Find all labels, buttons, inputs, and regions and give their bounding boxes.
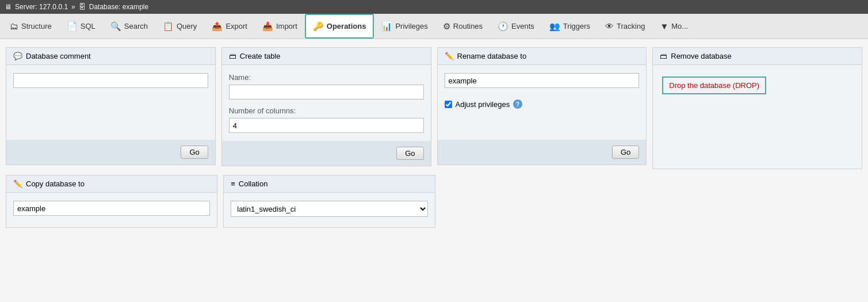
nav-operations[interactable]: 🔑 Operations (305, 14, 374, 39)
collation-select[interactable]: latin1_swedish_ci utf8_general_ci utf8mb… (231, 201, 427, 217)
export-icon: 📤 (212, 21, 223, 32)
server-icon: 🖥 (5, 3, 12, 11)
more-icon: ▼ (660, 21, 668, 31)
remove-database-panel: 🗃 Remove database Drop the database (DRO… (652, 47, 862, 169)
panels-row-2: ✏️ Copy database to ≡ Collation latin1_s… (6, 175, 862, 228)
nav-export-label: Export (225, 22, 247, 30)
nav-import-label: Import (276, 22, 297, 30)
nav-operations-label: Operations (327, 22, 366, 30)
remove-db-icon: 🗃 (660, 52, 667, 60)
copy-database-title: Copy database to (26, 179, 85, 188)
nav-triggers[interactable]: 👥 Triggers (542, 14, 598, 39)
nav-structure-label: Structure (21, 22, 52, 30)
collation-title: Collation (239, 179, 268, 188)
titlebar: 🖥 Server: 127.0.0.1 » 🗄 Database: exampl… (0, 0, 868, 14)
rename-database-body: Adjust privileges ? (438, 65, 647, 140)
panels-row-1: 💬 Database comment Go 🗃 Create table Nam… (6, 47, 862, 169)
nav-routines-label: Routines (453, 22, 483, 30)
create-table-body: Name: Number of columns: (222, 65, 431, 141)
database-comment-title: Database comment (26, 52, 91, 60)
rename-database-title: Rename database to (457, 52, 527, 60)
rename-database-footer: Go (438, 140, 647, 165)
database-comment-go-button[interactable]: Go (181, 146, 208, 159)
nav-events[interactable]: 🕐 Events (490, 14, 542, 39)
query-icon: 📋 (163, 21, 174, 32)
create-table-icon: 🗃 (229, 52, 236, 60)
adjust-privileges-label: Adjust privileges (456, 100, 510, 109)
create-table-header: 🗃 Create table (222, 48, 431, 65)
navbar: 🗂 Structure 📄 SQL 🔍 Search 📋 Query 📤 Exp… (0, 14, 868, 39)
nav-routines[interactable]: ⚙ Routines (435, 14, 490, 39)
operations-icon: 🔑 (313, 21, 324, 32)
collation-header: ≡ Collation (224, 175, 434, 193)
create-table-panel: 🗃 Create table Name: Number of columns: … (221, 47, 431, 166)
database-comment-body (6, 65, 215, 140)
rename-icon: ✏️ (445, 52, 454, 60)
database-icon: 🗄 (79, 3, 86, 11)
adjust-privileges-row: Adjust privileges ? (445, 100, 640, 109)
adjust-privileges-info-icon[interactable]: ? (513, 100, 522, 109)
collation-body: latin1_swedish_ci utf8_general_ci utf8mb… (224, 193, 434, 227)
remove-database-header: 🗃 Remove database (653, 48, 862, 65)
database-comment-panel: 💬 Database comment Go (6, 47, 216, 165)
copy-database-panel: ✏️ Copy database to (6, 175, 217, 228)
nav-tracking-label: Tracking (617, 22, 645, 30)
breadcrumb-separator: » (71, 3, 75, 11)
remove-database-title: Remove database (671, 52, 732, 60)
copy-db-icon: ✏️ (13, 179, 22, 188)
routines-icon: ⚙ (443, 21, 450, 32)
nav-search-label: Search (124, 22, 148, 30)
database-comment-input[interactable] (13, 73, 208, 88)
nav-events-label: Events (511, 22, 534, 30)
nav-tracking[interactable]: 👁 Tracking (598, 14, 652, 39)
copy-database-header: ✏️ Copy database to (6, 175, 217, 193)
structure-icon: 🗂 (10, 21, 18, 31)
nav-privileges-label: Privileges (395, 22, 427, 30)
create-table-columns-input[interactable] (229, 118, 424, 133)
create-table-title: Create table (240, 52, 281, 60)
nav-sql-label: SQL (81, 22, 95, 30)
nav-query[interactable]: 📋 Query (155, 14, 204, 39)
collation-panel: ≡ Collation latin1_swedish_ci utf8_gener… (223, 175, 435, 228)
rename-database-header: ✏️ Rename database to (438, 48, 647, 65)
server-label: Server: 127.0.0.1 (15, 3, 68, 11)
nav-search[interactable]: 🔍 Search (103, 14, 155, 39)
adjust-privileges-checkbox[interactable] (445, 101, 452, 108)
create-table-go-button[interactable]: Go (396, 147, 423, 160)
sql-icon: 📄 (67, 21, 78, 32)
nav-query-label: Query (177, 22, 197, 30)
nav-more-label: Mo... (671, 22, 688, 30)
privileges-icon: 📊 (381, 21, 392, 32)
import-icon: 📥 (262, 21, 273, 32)
collation-icon: ≡ (231, 179, 235, 188)
database-comment-header: 💬 Database comment (6, 48, 215, 65)
copy-database-body (6, 193, 217, 227)
nav-import[interactable]: 📥 Import (255, 14, 305, 39)
comment-icon: 💬 (13, 52, 22, 60)
nav-triggers-label: Triggers (563, 22, 590, 30)
tracking-icon: 👁 (605, 21, 614, 31)
drop-database-link[interactable]: Drop the database (DROP) (662, 77, 766, 94)
nav-privileges[interactable]: 📊 Privileges (374, 14, 435, 39)
copy-database-input[interactable] (13, 201, 210, 216)
create-table-name-input[interactable] (229, 85, 424, 100)
database-label: Database: example (89, 3, 148, 11)
rename-database-go-button[interactable]: Go (612, 146, 639, 159)
rename-database-input[interactable] (445, 73, 640, 88)
nav-more[interactable]: ▼ Mo... (652, 14, 695, 39)
nav-structure[interactable]: 🗂 Structure (2, 14, 59, 39)
create-table-footer: Go (222, 141, 431, 166)
columns-label: Number of columns: (229, 106, 424, 115)
nav-sql[interactable]: 📄 SQL (59, 14, 103, 39)
nav-export[interactable]: 📤 Export (204, 14, 255, 39)
events-icon: 🕐 (498, 21, 508, 32)
main-content: 💬 Database comment Go 🗃 Create table Nam… (0, 39, 868, 302)
remove-database-body: Drop the database (DROP) (653, 65, 862, 169)
rename-database-panel: ✏️ Rename database to Adjust privileges … (437, 47, 647, 165)
name-label: Name: (229, 73, 424, 82)
database-comment-footer: Go (6, 140, 215, 165)
triggers-icon: 👥 (549, 21, 560, 32)
search-icon: 🔍 (110, 21, 121, 32)
